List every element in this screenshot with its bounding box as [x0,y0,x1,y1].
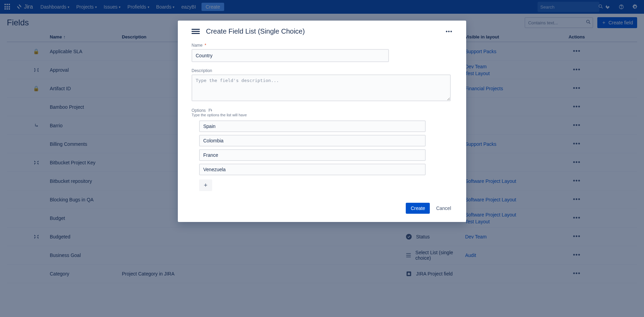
required-marker: * [205,43,206,48]
modal-create-button[interactable]: Create [406,203,430,214]
sort-icon[interactable] [208,108,212,113]
field-description-input[interactable] [192,74,451,101]
description-label: Description [192,68,452,73]
add-option-button[interactable]: + [199,179,212,191]
modal-title: Create Field List (Single Choice) [206,27,441,35]
option-input-3[interactable] [199,164,426,175]
options-label: Options [192,108,206,113]
name-label: Name [192,43,203,48]
modal-menu-icon[interactable] [192,29,200,34]
create-field-modal: Create Field List (Single Choice) ••• Na… [178,21,466,222]
field-name-input[interactable] [192,49,389,62]
options-hint: Type the options the list will have [192,113,452,117]
option-input-2[interactable] [199,149,426,161]
option-input-1[interactable] [199,135,426,146]
modal-cancel-button[interactable]: Cancel [435,203,452,214]
modal-more-icon[interactable]: ••• [446,28,452,35]
option-input-0[interactable] [199,120,426,132]
